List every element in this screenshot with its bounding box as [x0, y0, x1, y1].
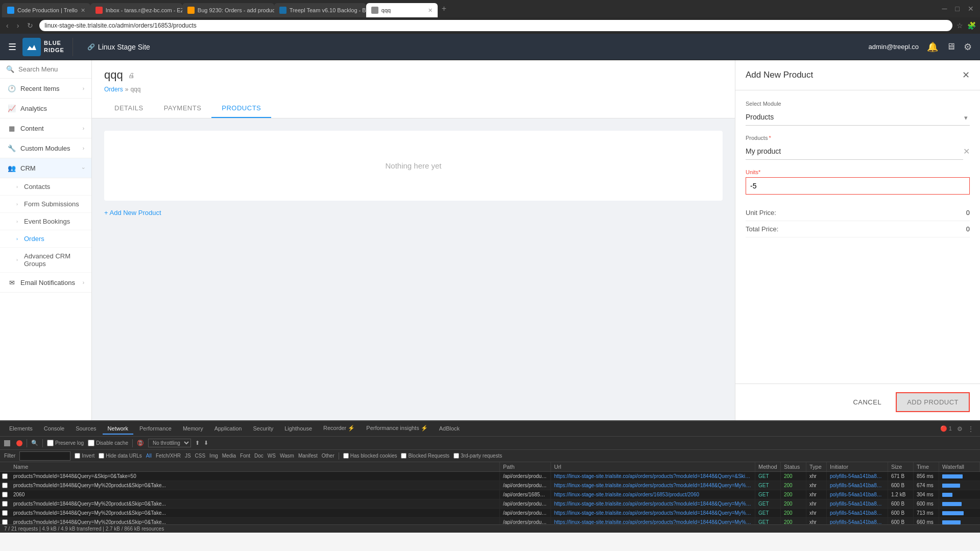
sidebar-sub-item-contacts[interactable]: › Contacts [0, 178, 91, 196]
sidebar-sub-item-advanced-crm[interactable]: › Advanced CRM Groups [0, 248, 91, 273]
browser-tab-2[interactable]: Inbox - taras.r@ez-bc.com - EZ-... ✕ [90, 3, 182, 17]
filter-all-btn[interactable]: All [146, 453, 152, 459]
reload-button[interactable]: ↻ [25, 20, 35, 31]
devtools-row[interactable]: products?moduleId=18448&Query=&Skip=0&Ta… [0, 472, 980, 481]
sidebar-item-recent[interactable]: 🕐 Recent Items › [0, 79, 91, 99]
panel-close-button[interactable]: ✕ [962, 69, 970, 81]
devtools-tab-application[interactable]: Application [209, 423, 247, 435]
address-box[interactable]: linux-stage-site.trialsite.co/admin/orde… [39, 20, 952, 31]
tab-details[interactable]: DETAILS [104, 99, 154, 118]
sidebar-search-input[interactable] [18, 65, 92, 73]
module-select[interactable]: Products [746, 109, 970, 126]
devtools-tab-performance[interactable]: Performance [134, 423, 177, 435]
sidebar-item-email-notifications[interactable]: ✉ Email Notifications › [0, 273, 91, 293]
devtools-more-icon[interactable]: ⋮ [966, 425, 976, 433]
import-icon[interactable]: ⬆ [195, 440, 200, 446]
devtools-tab-console[interactable]: Console [39, 423, 69, 435]
sidebar-sub-item-event-bookings[interactable]: › Event Bookings [0, 213, 91, 230]
devtools-tab-sources[interactable]: Sources [70, 423, 101, 435]
devtools-filter-input[interactable] [19, 451, 70, 461]
throttling-select[interactable]: No throttling [148, 439, 191, 447]
filter-wasm-btn[interactable]: Wasm [280, 453, 294, 459]
browser-tab-1[interactable]: Code Production | Trello ✕ [2, 3, 90, 17]
sidebar-item-content[interactable]: ▦ Content › [0, 118, 91, 138]
add-new-product-link[interactable]: + Add New Product [104, 209, 161, 217]
back-button[interactable]: ‹ [4, 20, 11, 31]
blocked-requests-checkbox[interactable] [401, 453, 407, 459]
devtools-tab-perf-insights[interactable]: Performance insights ⚡ [361, 423, 433, 435]
devtools-row[interactable]: 2060 /api/orders/16853/product/2060 http… [0, 490, 980, 499]
row-check-3[interactable] [2, 501, 8, 507]
bookmark-icon[interactable]: ☆ [957, 21, 963, 30]
browser-tab-5[interactable]: qqq ✕ [366, 3, 438, 17]
cancel-button[interactable]: CANCEL [847, 394, 888, 410]
sidebar-item-custom-modules[interactable]: 🔧 Custom Modules › [0, 138, 91, 158]
window-maximize-button[interactable]: □ [951, 5, 964, 13]
filter-css-btn[interactable]: CSS [195, 453, 206, 459]
invert-filter-checkbox[interactable] [75, 453, 80, 459]
disable-cache-checkbox[interactable] [88, 440, 94, 446]
row-check-0[interactable] [2, 473, 8, 479]
new-tab-button[interactable]: + [438, 4, 450, 13]
has-blocked-cookies-checkbox[interactable] [343, 453, 349, 459]
devtools-tab-memory[interactable]: Memory [178, 423, 208, 435]
filter-doc-btn[interactable]: Doc [254, 453, 264, 459]
export-icon[interactable]: ⬇ [204, 440, 208, 446]
add-product-button[interactable]: ADD PRODUCT [896, 392, 970, 412]
row-check-4[interactable] [2, 510, 8, 516]
sidebar-sub-item-orders[interactable]: › Orders [0, 230, 91, 248]
tab-close-1[interactable]: ✕ [81, 7, 85, 14]
sidebar-sub-item-form-submissions[interactable]: › Form Submissions [0, 196, 91, 213]
devtools-settings-icon[interactable]: ⚙ [955, 425, 965, 433]
product-clear-button[interactable]: ✕ [963, 147, 970, 156]
record-stop-button[interactable] [4, 440, 10, 446]
hide-data-urls-checkbox[interactable] [99, 453, 104, 459]
devtools-tab-recorder[interactable]: Recorder ⚡ [318, 423, 360, 435]
breadcrumb-parent-link[interactable]: Orders [104, 86, 123, 93]
settings-icon[interactable]: ⚙ [964, 41, 972, 53]
devtools-row[interactable]: products?moduleId=18448&Query=My%20produ… [0, 509, 980, 518]
network-offline-icon[interactable]: 📵 [137, 440, 144, 446]
browser-tab-4[interactable]: Treepl Team v6.10 Backlog - Boa... ✕ [274, 3, 366, 17]
extensions-icon[interactable]: 🧩 [967, 21, 976, 30]
print-icon[interactable]: 🖨 [128, 71, 135, 79]
filter-ws-btn[interactable]: WS [268, 453, 276, 459]
row-check-5[interactable] [2, 519, 8, 524]
devtools-tab-lighthouse[interactable]: Lighthouse [279, 423, 317, 435]
browser-tab-3[interactable]: Bug 9230: Orders - add products... ✕ [182, 3, 274, 17]
devtools-tab-security[interactable]: Security [248, 423, 278, 435]
tab-close-5[interactable]: ✕ [428, 7, 433, 14]
sidebar-item-analytics[interactable]: 📈 Analytics [0, 99, 91, 118]
preserve-log-checkbox[interactable] [47, 440, 54, 446]
filter-manifest-btn[interactable]: Manifest [298, 453, 318, 459]
row-check-2[interactable] [2, 492, 8, 497]
product-input[interactable] [746, 143, 963, 160]
devtools-row[interactable]: products?moduleId=18448&Query=My%20produ… [0, 499, 980, 509]
units-input[interactable] [746, 177, 970, 195]
filter-media-btn[interactable]: Media [222, 453, 236, 459]
window-close-button[interactable]: ✕ [964, 5, 978, 13]
sidebar-item-crm[interactable]: 👥 CRM › [0, 158, 91, 178]
notifications-icon[interactable]: 🔔 [927, 41, 938, 53]
devtools-row[interactable]: products?moduleId=18448&Query=My%20produ… [0, 481, 980, 490]
devtools-tab-adblock[interactable]: AdBlock [434, 423, 465, 435]
hamburger-menu-button[interactable]: ☰ [8, 41, 16, 53]
filter-xhr-btn[interactable]: Fetch/XHR [156, 453, 181, 459]
filter-img-btn[interactable]: Img [209, 453, 218, 459]
row-check-1[interactable] [2, 483, 8, 488]
display-icon[interactable]: 🖥 [946, 41, 955, 52]
filter-js-btn[interactable]: JS [185, 453, 191, 459]
third-party-checkbox[interactable] [453, 453, 459, 459]
tab-products[interactable]: PRODUCTS [211, 99, 271, 118]
filter-other-btn[interactable]: Other [322, 453, 334, 459]
tab-payments[interactable]: PAYMENTS [154, 99, 212, 118]
filter-font-btn[interactable]: Font [240, 453, 250, 459]
forward-button[interactable]: › [15, 20, 21, 31]
filter-icon[interactable]: 🔍 [31, 440, 38, 446]
devtools-tab-elements[interactable]: Elements [4, 423, 38, 435]
clear-button[interactable] [16, 440, 22, 446]
window-minimize-button[interactable]: ─ [938, 5, 951, 13]
row-initiator-5: polyfills-54aa141ba878434e.js1 [827, 518, 888, 524]
devtools-row[interactable]: products?moduleId=18448&Query=My%20produ… [0, 518, 980, 524]
devtools-tab-network[interactable]: Network [103, 423, 133, 435]
